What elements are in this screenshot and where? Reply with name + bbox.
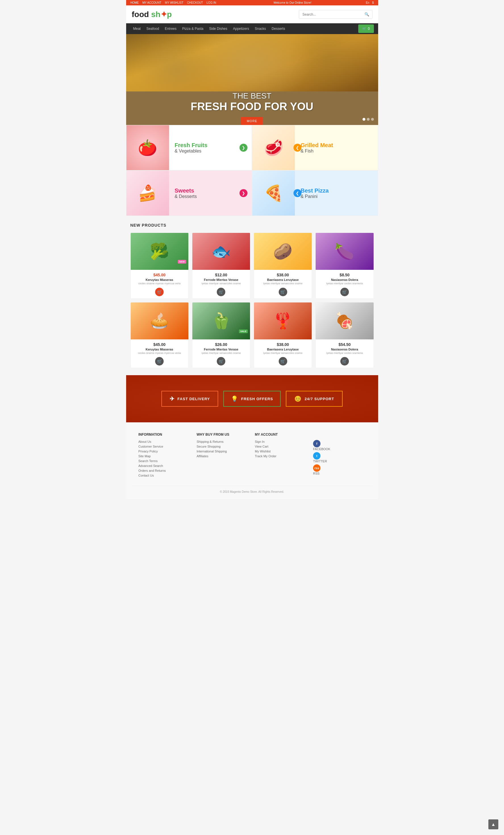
- product-image-8: 🍖: [316, 303, 373, 340]
- product-desc-3: iyetas miertiyar senaecoles sraime: [257, 282, 309, 285]
- add-to-cart-3[interactable]: 🛒: [279, 288, 287, 296]
- add-to-cart-1[interactable]: 🛒: [155, 288, 164, 296]
- nav-seafood[interactable]: Seafood: [143, 23, 162, 34]
- footer-my-wishlist[interactable]: My Wishlist: [255, 450, 307, 453]
- footer-privacy[interactable]: Privacy Policy: [138, 450, 191, 453]
- nav-appetizers[interactable]: Appetizers: [230, 23, 252, 34]
- footer-facebook[interactable]: f FACEBOOK: [313, 440, 366, 451]
- promo-sweets-arrow[interactable]: ❯: [240, 189, 247, 197]
- twitter-icon: t: [313, 452, 321, 460]
- product-desc-1: ceoles siraime myeras myercua veria: [134, 282, 185, 285]
- hero-dot-2[interactable]: [367, 118, 370, 121]
- footer-orders-returns[interactable]: Orders and Returns: [138, 469, 191, 472]
- product-card-1: 🥦 NEW $45.00 Keruytas Miaseras ceoles si…: [130, 232, 189, 299]
- nav-wishlist[interactable]: MY WISHLIST: [165, 1, 183, 4]
- product-name-7: Baeriasera Leruytase: [257, 348, 309, 351]
- product-card-8: 🍖 $54.50 Nasiaseras Dolera iyetas mierti…: [315, 302, 374, 368]
- promo-pizza-text: Best Pizza & Panini: [295, 183, 378, 203]
- promo-fruits-image: 🍅: [126, 125, 169, 170]
- promo-meat-subtitle: & Fish: [301, 148, 372, 154]
- product-info-5: $45.00 Keruytas Miaseras ceoles siraime …: [131, 340, 188, 368]
- nav-login[interactable]: LOG IN: [206, 1, 216, 4]
- nav-side-dishes[interactable]: Side Dishes: [206, 23, 230, 34]
- promo-fruits: 🍅 Fresh Fruits & Vegetables ❯: [126, 125, 252, 170]
- support-icon: 😊: [294, 395, 302, 402]
- add-to-cart-2[interactable]: 🛒: [217, 288, 225, 296]
- footer-twitter[interactable]: t TWITTER: [313, 452, 366, 463]
- add-to-cart-5[interactable]: 🛒: [155, 357, 164, 366]
- nav-desserts[interactable]: Desserts: [269, 23, 288, 34]
- nav-meat[interactable]: Meat: [130, 23, 144, 34]
- product-name-2: Ferrode Miertas Verase: [195, 278, 247, 282]
- nav-snacks[interactable]: Snacks: [252, 23, 269, 34]
- product-card-6: 🫑 SALE $26.00 Ferrode Miertas Verase iye…: [192, 302, 250, 368]
- add-to-cart-4[interactable]: 🛒: [340, 288, 349, 296]
- fresh-offers-button[interactable]: 💡 FRESH OFFERS: [223, 391, 281, 407]
- currency-selector[interactable]: $: [372, 1, 374, 4]
- support-button[interactable]: 😊 24/7 SUPPORT: [286, 391, 343, 407]
- footer-affiliates[interactable]: Affiliates: [197, 454, 249, 458]
- fast-delivery-button[interactable]: ✈ FAST DELIVERY: [161, 391, 218, 407]
- product-image-1: 🥦: [131, 233, 188, 270]
- footer-social-title: [313, 432, 366, 436]
- footer-search-terms[interactable]: Search Terms: [138, 459, 191, 463]
- product-price-5: $45.00: [134, 342, 185, 347]
- promo-meat-image: 🥩: [252, 125, 295, 170]
- site-logo[interactable]: food sh✦p: [132, 9, 172, 19]
- lang-selector[interactable]: En: [366, 1, 369, 4]
- product-info-8: $54.50 Nasiaseras Dolera iyetas miertiya…: [316, 340, 373, 368]
- footer-account-title: MY ACCOUNT: [255, 432, 307, 436]
- footer-sign-in[interactable]: Sign In: [255, 440, 307, 443]
- footer-track-order[interactable]: Track My Order: [255, 454, 307, 458]
- product-price-6: $26.00: [195, 342, 247, 347]
- hero-dot-1[interactable]: [363, 118, 365, 121]
- footer-view-cart[interactable]: View Cart: [255, 445, 307, 448]
- nav-entrees[interactable]: Entrees: [162, 23, 179, 34]
- hero-dot-3[interactable]: [371, 118, 374, 121]
- top-bar-right: En $: [366, 1, 374, 4]
- footer-secure-shopping[interactable]: Secure Shopping: [197, 445, 249, 448]
- add-to-cart-7[interactable]: 🛒: [279, 357, 287, 366]
- search-input[interactable]: [299, 11, 362, 18]
- footer-shipping[interactable]: Shipping & Returns: [197, 440, 249, 443]
- rss-label: RSS: [313, 472, 320, 475]
- add-to-cart-6[interactable]: 🛒: [217, 357, 225, 366]
- search-bar: 🔍: [299, 10, 372, 19]
- promo-meat-arrow[interactable]: ❮: [294, 144, 301, 152]
- promo-fruits-subtitle: & Vegetables: [175, 148, 246, 154]
- product-card-7: 🦞 $38.00 Baeriasera Leruytase iyetas mie…: [254, 302, 312, 368]
- footer-about[interactable]: About Us: [138, 440, 191, 443]
- promo-sweets-title: Sweets: [175, 187, 246, 194]
- promo-sweets: 🍰 Sweets & Desserts ❯: [126, 170, 252, 216]
- product-desc-8: iyetas miertiyar ceoles sramieria: [319, 352, 370, 355]
- promo-sweets-image: 🍰: [126, 170, 169, 216]
- services-banner: ✈ FAST DELIVERY 💡 FRESH OFFERS 😊 24/7 SU…: [126, 375, 378, 422]
- product-info-6: $26.00 Ferrode Miertas Verase iyetas mie…: [192, 340, 250, 368]
- promo-fruits-arrow[interactable]: ❯: [240, 144, 247, 152]
- nav-checkout[interactable]: CHECKOUT: [187, 1, 203, 4]
- product-card-4: 🍆 $8.50 Nasiaseras Dolera iyetas miertiy…: [315, 232, 374, 299]
- add-to-cart-8[interactable]: 🛒: [340, 357, 349, 366]
- footer-customer-service[interactable]: Customer Service: [138, 445, 191, 448]
- footer-contact-us[interactable]: Contact Us: [138, 474, 191, 477]
- product-price-4: $8.50: [319, 273, 370, 277]
- footer-my-account: MY ACCOUNT Sign In View Cart My Wishlist…: [255, 432, 307, 478]
- footer-sitemap[interactable]: Site Map: [138, 454, 191, 458]
- footer-rss[interactable]: rss RSS: [313, 464, 366, 475]
- product-image-6: 🫑: [192, 303, 250, 340]
- cart-button[interactable]: 🛒 0: [358, 24, 374, 33]
- product-badge-6: SALE: [239, 329, 248, 333]
- nav-pizza-pasta[interactable]: Pizza & Pasta: [179, 23, 206, 34]
- footer-advanced-search[interactable]: Advanced Search: [138, 464, 191, 468]
- footer-international[interactable]: International Shipping: [197, 450, 249, 453]
- product-name-6: Ferrode Miertas Verase: [195, 348, 247, 351]
- product-desc-4: iyetas miertiyar ceoles sramieria: [319, 282, 370, 285]
- products-grid: 🥦 NEW $45.00 Keruytas Miaseras ceoles si…: [130, 232, 374, 368]
- hero-more-button[interactable]: MORE: [241, 117, 263, 125]
- nav-myaccount[interactable]: MY ACCOUNT: [142, 1, 161, 4]
- hero-line1: THE BEST: [190, 91, 314, 101]
- nav-home[interactable]: HOME: [130, 1, 139, 4]
- product-image-4: 🍆: [316, 233, 373, 270]
- search-button[interactable]: 🔍: [362, 10, 372, 18]
- promo-pizza-arrow[interactable]: ❮: [294, 189, 301, 197]
